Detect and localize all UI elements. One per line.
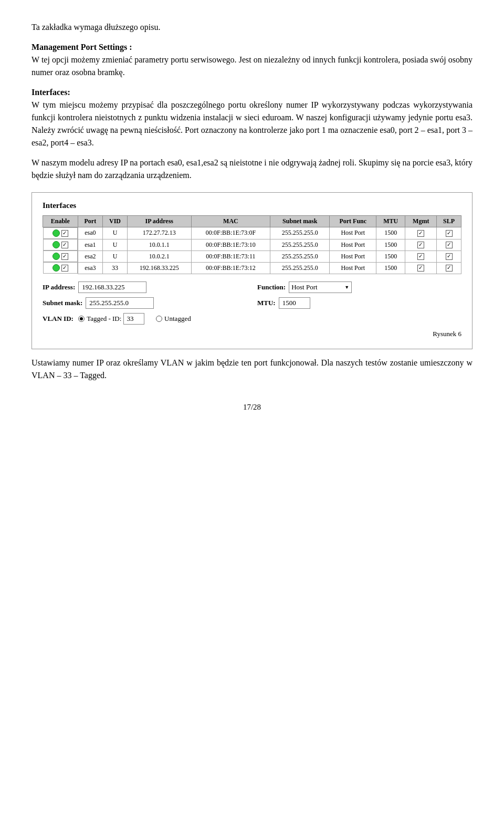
interfaces-title: Interfaces: [43, 201, 461, 210]
status-cell: [43, 239, 78, 251]
status-icon: [52, 230, 60, 237]
col-port: Port: [78, 216, 103, 227]
col-mgmt: Mgmt: [405, 216, 437, 227]
tagged-radio-icon: [78, 316, 85, 322]
subnet-label: Subnet mask:: [43, 299, 82, 307]
table-row: esa2U10.0.2.100:0F:BB:1E:73:11255.255.25…: [43, 251, 461, 262]
p2-title: Management Port Settings :: [32, 43, 132, 51]
page-content: Ta zakładka wymaga dłuższego opisu. Mana…: [32, 21, 472, 382]
page-number: 17/28: [32, 403, 472, 412]
vlan-row: VLAN ID: Tagged - ID: 33 Untagged: [43, 313, 247, 325]
status-icon: [52, 264, 60, 272]
col-func: Port Func: [330, 216, 376, 227]
untagged-radio-icon: [156, 316, 162, 322]
col-mtu: MTU: [376, 216, 405, 227]
slp-checkbox[interactable]: [446, 242, 453, 248]
enable-checkbox[interactable]: [61, 242, 68, 248]
mtu-row: MTU: 1500: [257, 297, 461, 309]
status-icon: [52, 241, 60, 248]
untagged-radio-label[interactable]: Untagged: [156, 315, 191, 323]
ip-row: IP address: 192.168.33.225: [43, 281, 247, 293]
status-cell: [43, 251, 78, 262]
details-right: Function: Host Port MTU: 1500: [257, 281, 461, 313]
enable-checkbox[interactable]: [61, 253, 68, 260]
function-row: Function: Host Port: [257, 281, 461, 293]
details-section: IP address: 192.168.33.225 Subnet mask: …: [43, 281, 461, 325]
p2-body: W tej opcji możemy zmieniać parametry po…: [32, 55, 472, 77]
p3-body: W tym miejscu możemy przypisać dla poszc…: [32, 100, 472, 147]
subnet-value[interactable]: 255.255.255.0: [86, 297, 154, 309]
ip-value[interactable]: 192.168.33.225: [78, 281, 146, 293]
figure-caption: Rysunek 6: [43, 330, 461, 338]
col-ip: IP address: [127, 216, 191, 227]
enable-checkbox[interactable]: [61, 265, 68, 272]
col-subnet: Subnet mask: [270, 216, 330, 227]
interfaces-table: Enable Port VID IP address MAC Subnet ma…: [43, 215, 461, 274]
slp-checkbox[interactable]: [446, 253, 453, 260]
table-header-row: Enable Port VID IP address MAC Subnet ma…: [43, 216, 461, 227]
status-cell: [43, 227, 78, 239]
mgmt-checkbox[interactable]: [417, 242, 424, 248]
function-label: Function:: [257, 283, 286, 291]
table-row: esa1U10.0.1.100:0F:BB:1E:73:10255.255.25…: [43, 239, 461, 251]
details-left: IP address: 192.168.33.225 Subnet mask: …: [43, 281, 247, 325]
slp-checkbox[interactable]: [446, 265, 453, 272]
subnet-row: Subnet mask: 255.255.255.0: [43, 297, 247, 309]
paragraph-3: Interfaces: W tym miejscu możemy przypis…: [32, 86, 472, 149]
mgmt-checkbox[interactable]: [417, 265, 424, 272]
mtu-label: MTU:: [257, 299, 276, 307]
function-select[interactable]: Host Port: [289, 281, 352, 293]
untagged-label-text: Untagged: [164, 315, 191, 323]
mgmt-checkbox[interactable]: [417, 253, 424, 260]
interfaces-box: Interfaces Enable Port VID IP address MA…: [32, 192, 472, 349]
mtu-value[interactable]: 1500: [279, 297, 310, 309]
vlan-label: VLAN ID:: [43, 315, 74, 323]
table-row: esa333192.168.33.22500:0F:BB:1E:73:12255…: [43, 262, 461, 274]
table-row: esa0U172.27.72.1300:0F:BB:1E:73:0F255.25…: [43, 227, 461, 239]
tagged-radio-label[interactable]: Tagged - ID: 33: [78, 313, 144, 325]
tagged-id-value[interactable]: 33: [123, 313, 144, 325]
col-mac: MAC: [191, 216, 270, 227]
enable-checkbox[interactable]: [61, 230, 68, 237]
col-vid: VID: [103, 216, 128, 227]
paragraph-1: Ta zakładka wymaga dłuższego opisu.: [32, 21, 472, 34]
paragraph-4: W naszym modelu adresy IP na portach esa…: [32, 157, 472, 182]
mgmt-checkbox[interactable]: [417, 230, 424, 237]
p3-title: Interfaces:: [32, 88, 70, 97]
col-enable: Enable: [43, 216, 78, 227]
paragraph-2: Management Port Settings : W tej opcji m…: [32, 41, 472, 79]
tagged-label-text: Tagged - ID:: [87, 315, 121, 323]
slp-checkbox[interactable]: [446, 230, 453, 237]
col-slp: SLP: [437, 216, 461, 227]
status-icon: [52, 253, 60, 260]
ip-label: IP address:: [43, 283, 75, 291]
status-cell: [43, 262, 78, 274]
paragraph-5: Ustawiamy numer IP oraz określamy VLAN w…: [32, 357, 472, 382]
